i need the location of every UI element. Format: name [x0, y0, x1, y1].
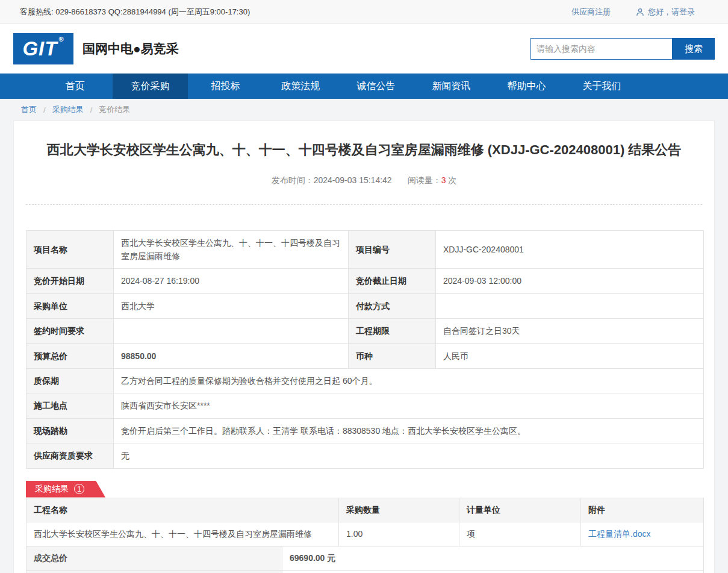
publish-time-label: 发布时间： [272, 175, 314, 185]
quantity-cell: 1.00 [339, 522, 459, 546]
breadcrumb-current: 竞价结果 [99, 104, 130, 115]
field-label: 现场踏勘 [26, 418, 114, 443]
supplier-register-link[interactable]: 供应商注册 [571, 7, 611, 17]
field-value: 西北大学 [114, 293, 349, 318]
field-value: 无 [114, 443, 704, 468]
purchase-result-badge: 采购结果 1 [26, 481, 105, 498]
supplier-value: 西安长明建筑防水工程有限公司 [282, 570, 704, 573]
project-info-table: 项目名称 西北大学长安校区学生公寓九、十、十一、十四号楼及自习室房屋漏雨维修 项… [26, 230, 704, 469]
site-title: 国网中电●易竞采 [82, 40, 179, 57]
nav-item-integrity-notice[interactable]: 诚信公告 [338, 74, 414, 99]
field-value [114, 319, 349, 343]
logo-text: GIT [22, 33, 57, 64]
column-header: 工程名称 [26, 498, 339, 522]
field-label: 工程期限 [349, 319, 436, 343]
field-label: 项目编号 [349, 230, 436, 269]
publish-time-value: 2024-09-03 15:14:42 [314, 175, 392, 185]
budget-price-value: 98850.00 [114, 343, 349, 368]
page-title: 西北大学长安校区学生公寓九、十、十一、十四号楼及自习室房屋漏雨维修 (XDJJ-… [14, 121, 714, 159]
field-label: 付款方式 [349, 293, 436, 318]
search-input[interactable] [530, 38, 673, 60]
site-header: GIT® 国网中电●易竞采 搜索 [0, 24, 728, 74]
table-row: 采购单位 西北大学 付款方式 [26, 293, 704, 318]
field-value: 人民币 [436, 343, 704, 368]
field-label: 签约时间要求 [26, 319, 114, 343]
login-link[interactable]: 您好，请登录 [636, 7, 695, 17]
nav-item-policies[interactable]: 政策法规 [263, 74, 338, 99]
column-header: 附件 [581, 498, 704, 522]
views-count: 3 [441, 175, 446, 185]
project-name-cell: 西北大学长安校区学生公寓九、十、十一、十四号楼及自习室房屋漏雨维修 [26, 522, 339, 546]
dashed-divider [26, 204, 702, 205]
field-label: 竞价开始日期 [26, 269, 114, 293]
field-label: 质保期 [26, 368, 114, 393]
supplier-label: 成交供应商 [26, 570, 282, 573]
views-label: 阅读量： [408, 175, 441, 185]
total-price-value: 69690.00 元 [282, 546, 704, 570]
breadcrumb-separator: / [90, 105, 93, 114]
deal-summary-table: 成交总价 69690.00 元 成交供应商 西安长明建筑防水工程有限公司 [26, 546, 704, 573]
registered-mark: ® [58, 33, 64, 45]
table-row: 签约时间要求 工程期限 自合同签订之日30天 [26, 319, 704, 343]
article-meta: 发布时间：2024-09-03 15:14:42阅读量：3 次 [14, 175, 714, 204]
top-bar: 客服热线: 029-86618373 QQ:2881944994 (周一至周五9… [0, 0, 728, 24]
column-header: 采购数量 [339, 498, 459, 522]
badge-label: 采购结果 [35, 484, 69, 495]
field-value: XDJJ-GC-202408001 [436, 230, 704, 269]
unit-cell: 项 [459, 522, 581, 546]
table-row: 竞价开始日期 2024-08-27 16:19:00 竞价截止日期 2024-0… [26, 269, 704, 293]
field-value: 乙方对合同工程的质量保修期为验收合格并交付使用之日起 60个月。 [114, 368, 704, 393]
search-bar: 搜索 [530, 38, 715, 60]
main-nav: 首页 竞价采购 招投标 政策法规 诚信公告 新闻资讯 帮助中心 关于我们 [0, 74, 728, 99]
user-icon [636, 8, 644, 16]
field-label: 采购单位 [26, 293, 114, 318]
git-logo[interactable]: GIT® [13, 33, 73, 64]
total-price-label: 成交总价 [26, 546, 282, 570]
table-row: 项目名称 西北大学长安校区学生公寓九、十、十一、十四号楼及自习室房屋漏雨维修 项… [26, 230, 704, 269]
breadcrumb-separator: / [43, 105, 46, 114]
attachment-cell: 工程量清单.docx [581, 522, 704, 546]
nav-item-home[interactable]: 首页 [37, 74, 113, 99]
field-value: 2024-09-03 12:00:00 [436, 269, 704, 293]
search-button[interactable]: 搜索 [673, 38, 715, 60]
announcement-card: 西北大学长安校区学生公寓九、十、十一、十四号楼及自习室房屋漏雨维修 (XDJJ-… [13, 121, 715, 573]
table-row: 成交供应商 西安长明建筑防水工程有限公司 [26, 570, 704, 573]
result-header-row: 工程名称 采购数量 计量单位 附件 [26, 498, 704, 522]
nav-item-about-us[interactable]: 关于我们 [564, 74, 639, 99]
field-label: 预算总价 [26, 343, 114, 368]
field-label: 供应商资质要求 [26, 443, 114, 468]
field-label: 竞价截止日期 [349, 269, 436, 293]
nav-item-news[interactable]: 新闻资讯 [414, 74, 489, 99]
table-row: 施工地点 陕西省西安市长安区**** [26, 393, 704, 418]
badge-count: 1 [74, 484, 84, 494]
service-hotline: 客服热线: 029-86618373 QQ:2881944994 (周一至周五9… [20, 7, 250, 17]
table-row: 成交总价 69690.00 元 [26, 546, 704, 570]
field-value: 竞价开启后第三个工作日。踏勘联系人：王清学 联系电话：88308530 地点：西… [114, 418, 704, 443]
field-value [436, 293, 704, 318]
breadcrumb-purchase-results[interactable]: 采购结果 [52, 104, 84, 115]
views-unit: 次 [448, 175, 456, 185]
field-label: 项目名称 [26, 230, 114, 269]
table-row: 预算总价 98850.00 币种 人民币 [26, 343, 704, 368]
nav-item-tenders[interactable]: 招投标 [188, 74, 263, 99]
field-value: 自合同签订之日30天 [436, 319, 704, 343]
topbar-actions: 供应商注册 您好，请登录 [571, 7, 695, 17]
field-label: 币种 [349, 343, 436, 368]
table-row: 质保期 乙方对合同工程的质量保修期为验收合格并交付使用之日起 60个月。 [26, 368, 704, 393]
breadcrumb: 首页 / 采购结果 / 竞价结果 [0, 99, 728, 121]
table-row: 现场踏勘 竞价开启后第三个工作日。踏勘联系人：王清学 联系电话：88308530… [26, 418, 704, 443]
login-label: 您好，请登录 [648, 7, 695, 17]
field-value: 西北大学长安校区学生公寓九、十、十一、十四号楼及自习室房屋漏雨维修 [114, 230, 349, 269]
field-label: 施工地点 [26, 393, 114, 418]
breadcrumb-home[interactable]: 首页 [21, 104, 37, 115]
field-value: 2024-08-27 16:19:00 [114, 269, 349, 293]
column-header: 计量单位 [459, 498, 581, 522]
result-data-row: 西北大学长安校区学生公寓九、十、十一、十四号楼及自习室房屋漏雨维修 1.00 项… [26, 522, 704, 546]
nav-item-help-center[interactable]: 帮助中心 [489, 74, 564, 99]
nav-item-bidding-purchase[interactable]: 竞价采购 [113, 74, 188, 99]
table-row: 供应商资质要求 无 [26, 443, 704, 468]
result-table: 工程名称 采购数量 计量单位 附件 西北大学长安校区学生公寓九、十、十一、十四号… [26, 498, 704, 546]
field-value: 陕西省西安市长安区**** [114, 393, 704, 418]
attachment-link[interactable]: 工程量清单.docx [588, 529, 650, 539]
